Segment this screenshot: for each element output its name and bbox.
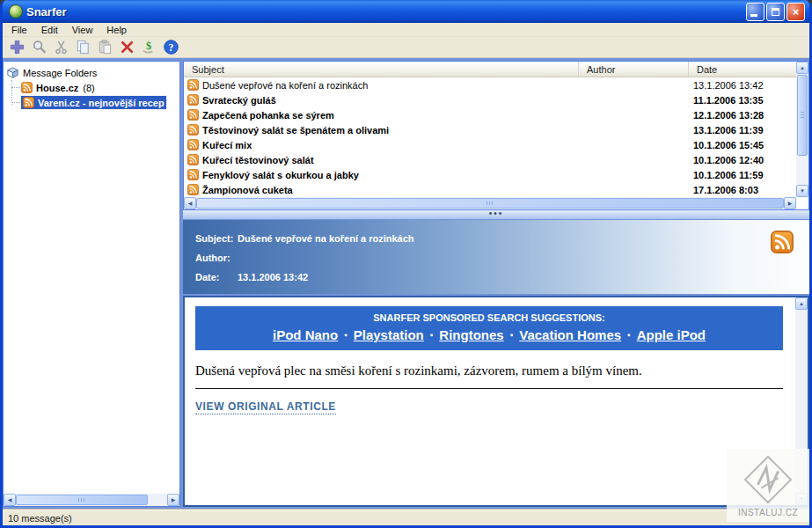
message-date: 13.1.2006 13:42 bbox=[689, 80, 796, 91]
menu-item-edit[interactable]: Edit bbox=[34, 24, 65, 36]
help-icon[interactable]: ? bbox=[161, 38, 180, 57]
rss-item-icon bbox=[187, 109, 199, 121]
sponsored-links: iPod Nano▪Playstation▪Ringtones▪Vacation… bbox=[199, 327, 779, 342]
column-header-author[interactable]: Author bbox=[579, 62, 689, 77]
folders-box-icon bbox=[6, 66, 19, 79]
article-content-pane: SNARFER SPONSORED SEARCH SUGGESTIONS: iP… bbox=[183, 296, 809, 507]
message-row[interactable]: Zapečená pohanka se sýrem12.1.2006 13:28 bbox=[184, 107, 796, 122]
message-row[interactable]: Žampionová cuketa17.1.2006 8:03 bbox=[184, 182, 796, 197]
tree-items: House.cz(8)Vareni.cz - nejnovější recep bbox=[4, 80, 179, 110]
maximize-button[interactable] bbox=[766, 3, 785, 21]
detail-author-label: Author: bbox=[195, 253, 238, 263]
rss-item-icon bbox=[187, 169, 199, 180]
window-title: Snarfer bbox=[26, 5, 746, 18]
message-row[interactable]: Kuřecí mix10.1.2006 15:45 bbox=[184, 137, 796, 152]
instaluj-watermark: INSTALUJ.CZ bbox=[727, 449, 809, 522]
sidebar-item-house[interactable]: House.cz(8) bbox=[4, 80, 179, 95]
scroll-right-icon[interactable]: ▶ bbox=[167, 494, 179, 506]
sponsored-link-vacation-homes[interactable]: Vacation Homes bbox=[519, 327, 621, 342]
close-icon: × bbox=[793, 5, 800, 18]
scrollbar-thumb[interactable] bbox=[797, 75, 808, 156]
message-row[interactable]: Dušené vepřové na koření a rozinkách13.1… bbox=[184, 77, 796, 92]
menu-bar: FileEditViewHelp bbox=[3, 23, 809, 37]
message-date: 10.1.2006 12:40 bbox=[689, 155, 796, 165]
workspace: Message Folders House.cz(8)Vareni.cz - n… bbox=[3, 58, 809, 510]
scroll-up-icon[interactable]: ▲ bbox=[796, 62, 808, 74]
rss-item-icon bbox=[187, 124, 199, 136]
tree-horizontal-scrollbar[interactable]: ◀ ▶ bbox=[4, 494, 179, 506]
message-subject: Fenyklový salát s okurkou a jabky bbox=[202, 170, 359, 180]
rss-feed-icon bbox=[771, 231, 794, 253]
menu-item-file[interactable]: File bbox=[4, 24, 34, 36]
rss-item-icon bbox=[187, 184, 199, 195]
scroll-left-icon[interactable]: ◀ bbox=[184, 197, 196, 209]
rss-item-icon bbox=[187, 139, 199, 150]
rss-feed-icon bbox=[21, 82, 33, 93]
message-detail-header: Subject: Dušené vepřové na koření a rozi… bbox=[183, 220, 809, 294]
splitter-grip-icon: ••• bbox=[489, 212, 504, 216]
tree-root-message-folders[interactable]: Message Folders bbox=[4, 65, 179, 80]
message-date: 12.1.2006 13:28 bbox=[689, 110, 796, 121]
message-row[interactable]: Fenyklový salát s okurkou a jabky10.1.20… bbox=[184, 167, 796, 182]
detail-subject-value: Dušené vepřové na koření a rozinkách bbox=[238, 233, 414, 244]
detail-subject-label: Subject: bbox=[195, 233, 238, 244]
close-button[interactable]: × bbox=[786, 3, 805, 21]
toolbar: $? bbox=[3, 37, 809, 58]
message-subject: Těstovinový salát se špenátem a olivami bbox=[202, 125, 389, 136]
link-separator-icon: ▪ bbox=[344, 330, 347, 340]
sponsored-link-ringtones[interactable]: Ringtones bbox=[439, 327, 503, 342]
rss-item-icon bbox=[187, 154, 199, 165]
sponsored-link-ipod-nano[interactable]: iPod Nano bbox=[273, 327, 338, 342]
message-row[interactable]: Těstovinový salát se špenátem a olivami1… bbox=[184, 122, 796, 137]
copy-icon[interactable] bbox=[73, 38, 92, 57]
rss-item-icon bbox=[187, 94, 199, 106]
cut-icon[interactable] bbox=[51, 38, 70, 57]
scroll-right-icon[interactable]: ▶ bbox=[784, 197, 796, 209]
feed-label: Vareni.cz - nejnovější recep bbox=[38, 98, 165, 108]
sponsored-banner: SNARFER SPONSORED SEARCH SUGGESTIONS: iP… bbox=[195, 306, 783, 350]
sponsored-link-playstation[interactable]: Playstation bbox=[354, 327, 424, 342]
list-header: Subject Author Date bbox=[184, 62, 796, 77]
message-row[interactable]: Svratecký guláš11.1.2006 13:35 bbox=[184, 92, 796, 107]
list-vertical-scrollbar[interactable]: ▲ ▼ bbox=[796, 62, 808, 197]
menu-item-view[interactable]: View bbox=[65, 24, 100, 36]
search-icon[interactable] bbox=[29, 38, 48, 57]
pane-splitter[interactable]: ••• bbox=[183, 210, 809, 219]
link-separator-icon: ▪ bbox=[430, 330, 434, 340]
feed-label: House.cz bbox=[36, 83, 78, 93]
minimize-button[interactable] bbox=[746, 3, 764, 21]
message-date: 11.1.2006 13:35 bbox=[689, 95, 796, 106]
link-separator-icon: ▪ bbox=[510, 330, 514, 340]
app-icon bbox=[9, 4, 23, 18]
message-row[interactable]: Kuřecí těstovinový salát10.1.2006 12:40 bbox=[184, 152, 796, 167]
view-original-article-link[interactable]: VIEW ORIGINAL ARTICLE bbox=[195, 400, 336, 414]
add-feed-icon[interactable] bbox=[7, 38, 26, 57]
scrollbar-thumb[interactable] bbox=[196, 198, 784, 209]
sidebar-item-vareni[interactable]: Vareni.cz - nejnovější recep bbox=[4, 95, 179, 110]
rss-feed-icon bbox=[23, 97, 34, 108]
menu-item-help[interactable]: Help bbox=[99, 24, 134, 36]
scrollbar-thumb[interactable] bbox=[16, 495, 148, 505]
paste-icon[interactable] bbox=[95, 38, 114, 57]
instaluj-diamond-icon bbox=[741, 452, 795, 507]
minimize-icon bbox=[750, 14, 757, 17]
scroll-left-icon[interactable]: ◀ bbox=[4, 494, 16, 506]
message-subject: Dušené vepřové na koření a rozinkách bbox=[202, 80, 368, 91]
delete-icon[interactable] bbox=[117, 38, 136, 57]
column-header-subject[interactable]: Subject bbox=[184, 62, 579, 77]
sponsored-link-apple-ipod[interactable]: Apple iPod bbox=[637, 327, 706, 342]
status-text: 10 message(s) bbox=[8, 513, 72, 524]
message-date: 10.1.2006 15:45 bbox=[689, 140, 796, 150]
folder-tree: Message Folders House.cz(8)Vareni.cz - n… bbox=[4, 62, 179, 494]
column-header-date[interactable]: Date bbox=[689, 62, 796, 77]
title-bar[interactable]: Snarfer × bbox=[3, 0, 809, 23]
message-date: 10.1.2006 11:59 bbox=[689, 170, 796, 180]
scroll-up-icon[interactable]: ▲ bbox=[795, 297, 808, 310]
donate-icon[interactable]: $ bbox=[139, 38, 158, 57]
article-body: Dušená vepřová plec na směsi koření s ro… bbox=[195, 363, 783, 378]
message-subject: Žampionová cuketa bbox=[202, 185, 293, 195]
list-horizontal-scrollbar[interactable]: ◀ ▶ bbox=[184, 197, 796, 209]
tree-root-label: Message Folders bbox=[23, 68, 97, 78]
svg-text:?: ? bbox=[168, 41, 173, 54]
scroll-down-icon[interactable]: ▼ bbox=[796, 185, 808, 197]
